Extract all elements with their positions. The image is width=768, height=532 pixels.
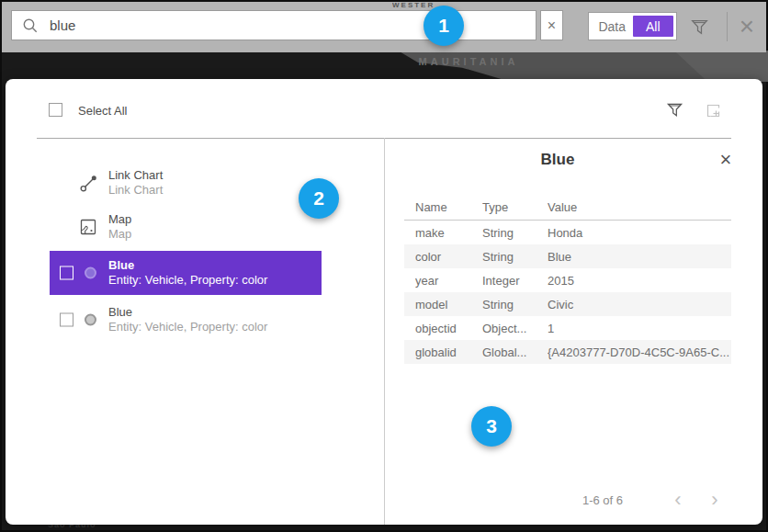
cell-type: Global... (482, 345, 548, 359)
entity-circle-icon (85, 314, 96, 326)
cell-name: year (415, 274, 482, 288)
column-header: Name (415, 200, 482, 214)
column-header: Type (482, 200, 548, 214)
pagination-next-button[interactable]: › (702, 487, 728, 513)
map-label-western: WESTER (392, 1, 435, 9)
annotation-callout-1: 1 (424, 6, 464, 46)
toolbar-divider (727, 12, 728, 41)
cell-value: Civic (548, 298, 731, 311)
cell-type: String (482, 226, 548, 240)
result-title: Map (108, 212, 131, 227)
cell-value: 1 (548, 322, 731, 335)
result-subtitle: Map (108, 227, 131, 242)
list-item-blue-selected[interactable]: Blue Entity: Vehicle, Property: color (50, 251, 322, 295)
result-checkbox[interactable] (60, 313, 73, 327)
cell-value: Honda (548, 226, 731, 240)
result-title: Blue (108, 305, 267, 320)
scope-option-all[interactable]: All (633, 16, 674, 37)
annotation-callout-2: 2 (299, 178, 339, 219)
result-subtitle: Entity: Vehicle, Property: color (108, 273, 267, 288)
cell-value: {A4203777-D70D-4C5C-9A65-C... (548, 345, 731, 359)
toolbar-filter-icon[interactable] (689, 17, 710, 38)
cell-type: Object... (482, 322, 548, 335)
entity-circle-icon (85, 267, 96, 279)
cell-value: 2015 (548, 274, 731, 288)
result-title: Link Chart (108, 168, 163, 183)
select-all-checkbox[interactable] (49, 103, 62, 117)
table-row: model String Civic (404, 292, 731, 316)
table-row: make String Honda (404, 221, 731, 244)
list-item-link-chart[interactable]: Link Chart Link Chart (50, 162, 322, 204)
cell-type: String (482, 250, 548, 264)
add-to-link-chart-icon[interactable] (706, 103, 722, 119)
table-row: color String Blue (404, 244, 731, 268)
map-icon (79, 218, 97, 236)
cell-name: color (415, 250, 482, 264)
select-all-label[interactable]: Select All (78, 104, 127, 118)
list-item-blue[interactable]: Blue Entity: Vehicle, Property: color (50, 298, 322, 342)
toolbar-close-button[interactable]: × (733, 9, 761, 44)
search-scope-toggle: Data All (588, 12, 677, 40)
attribute-table: Name Type Value make String Honda color … (404, 195, 731, 364)
result-subtitle: Entity: Vehicle, Property: color (108, 320, 267, 334)
scope-option-data[interactable]: Data (592, 16, 633, 37)
column-header: Value (548, 200, 731, 214)
link-chart-icon (79, 173, 99, 193)
results-list: Link Chart Link Chart Map Map Blue (50, 162, 322, 342)
table-row: year Integer 2015 (404, 268, 731, 292)
detail-title: Blue (384, 151, 731, 169)
table-header-row: Name Type Value (404, 195, 731, 221)
table-row: globalid Global... {A4203777-D70D-4C5C-9… (404, 340, 731, 364)
result-subtitle: Link Chart (108, 183, 163, 198)
search-results-panel: Select All Link Chart Link Chart (6, 79, 762, 525)
app-screen: MAURITANIA WESTER São Paulo × Data All ×… (0, 0, 768, 532)
search-icon (22, 17, 39, 34)
cell-type: Integer (482, 274, 548, 288)
map-label-mauritania: MAURITANIA (395, 56, 542, 67)
cell-name: make (415, 226, 482, 240)
result-checkbox[interactable] (60, 266, 73, 280)
table-row: objectid Object... 1 (404, 316, 731, 340)
panel-filter-icon[interactable] (665, 100, 684, 119)
cell-value: Blue (548, 250, 731, 264)
list-detail-divider (384, 138, 385, 525)
search-toolbar: × Data All × (2, 2, 766, 52)
cell-type: String (482, 298, 548, 311)
detail-close-button[interactable]: × (713, 147, 739, 173)
result-title: Blue (108, 258, 267, 273)
pagination-range: 1-6 of 6 (557, 493, 649, 507)
pagination-prev-button[interactable]: ‹ (665, 487, 691, 513)
cell-name: model (415, 298, 482, 311)
search-clear-button[interactable]: × (540, 10, 563, 40)
annotation-callout-3: 3 (471, 406, 512, 447)
cell-name: globalid (415, 345, 482, 359)
list-item-map[interactable]: Map Map (50, 206, 322, 248)
cell-name: objectid (415, 322, 482, 335)
